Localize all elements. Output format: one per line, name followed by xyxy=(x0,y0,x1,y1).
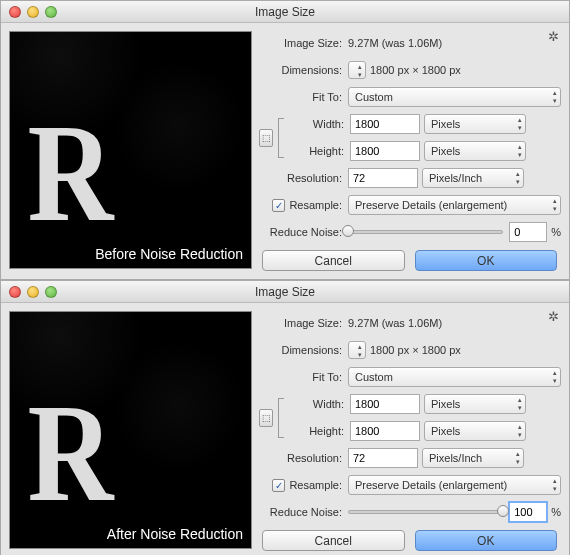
height-label: Height: xyxy=(286,145,350,157)
image-size-value: 9.27M (was 1.06M) xyxy=(348,317,561,329)
height-label: Height: xyxy=(286,425,350,437)
dimensions-label: Dimensions: xyxy=(258,64,348,76)
cancel-button[interactable]: Cancel xyxy=(262,530,405,551)
preview-image: R After Noise Reduction xyxy=(9,311,252,549)
resample-checkbox[interactable]: ✓ xyxy=(272,479,285,492)
resample-dropdown[interactable]: Preserve Details (enlargement)▴▾ xyxy=(348,475,561,495)
gear-icon[interactable]: ✲ xyxy=(548,29,559,44)
percent-label: % xyxy=(551,506,561,518)
image-size-value: 9.27M (was 1.06M) xyxy=(348,37,561,49)
fit-to-dropdown[interactable]: Custom▴▾ xyxy=(348,367,561,387)
height-input[interactable] xyxy=(350,421,420,441)
height-unit-dropdown[interactable]: Pixels▴▾ xyxy=(424,141,526,161)
titlebar: Image Size xyxy=(1,1,569,23)
close-icon[interactable] xyxy=(9,6,21,18)
resample-label: Resample: xyxy=(289,199,342,211)
resample-dropdown[interactable]: Preserve Details (enlargement)▴▾ xyxy=(348,195,561,215)
link-icon[interactable]: ⬚ xyxy=(258,398,274,438)
zoom-icon[interactable] xyxy=(45,6,57,18)
resample-label: Resample: xyxy=(289,479,342,491)
width-label: Width: xyxy=(286,118,350,130)
image-size-dialog: Image Size ✲ R After Noise Reduction Ima… xyxy=(0,280,570,555)
resolution-unit-dropdown[interactable]: Pixels/Inch▴▾ xyxy=(422,448,524,468)
reduce-noise-label: Reduce Noise: xyxy=(258,506,348,518)
preview-label: Before Noise Reduction xyxy=(95,246,243,262)
height-input[interactable] xyxy=(350,141,420,161)
dialog-title: Image Size xyxy=(1,5,569,19)
zoom-icon[interactable] xyxy=(45,286,57,298)
image-size-dialog: Image Size ✲ R Before Noise Reduction Im… xyxy=(0,0,570,280)
cancel-button[interactable]: Cancel xyxy=(262,250,405,271)
width-unit-dropdown[interactable]: Pixels▴▾ xyxy=(424,394,526,414)
ok-button[interactable]: OK xyxy=(415,250,558,271)
width-label: Width: xyxy=(286,398,350,410)
preview-image: R Before Noise Reduction xyxy=(9,31,252,269)
dimensions-unit-dropdown[interactable]: ▴▾ xyxy=(348,61,366,79)
fit-to-dropdown[interactable]: Custom▴▾ xyxy=(348,87,561,107)
resample-checkbox[interactable]: ✓ xyxy=(272,199,285,212)
dialog-title: Image Size xyxy=(1,285,569,299)
preview-label: After Noise Reduction xyxy=(107,526,243,542)
resolution-input[interactable] xyxy=(348,448,418,468)
fit-to-label: Fit To: xyxy=(258,371,348,383)
image-size-label: Image Size: xyxy=(258,37,348,49)
image-size-label: Image Size: xyxy=(258,317,348,329)
titlebar: Image Size xyxy=(1,281,569,303)
dimensions-label: Dimensions: xyxy=(258,344,348,356)
minimize-icon[interactable] xyxy=(27,286,39,298)
dimensions-unit-dropdown[interactable]: ▴▾ xyxy=(348,341,366,359)
close-icon[interactable] xyxy=(9,286,21,298)
reduce-noise-input[interactable] xyxy=(509,502,547,522)
width-input[interactable] xyxy=(350,394,420,414)
minimize-icon[interactable] xyxy=(27,6,39,18)
reduce-noise-slider[interactable] xyxy=(348,505,503,519)
reduce-noise-input[interactable] xyxy=(509,222,547,242)
width-input[interactable] xyxy=(350,114,420,134)
resolution-label: Resolution: xyxy=(258,172,348,184)
percent-label: % xyxy=(551,226,561,238)
height-unit-dropdown[interactable]: Pixels▴▾ xyxy=(424,421,526,441)
resolution-unit-dropdown[interactable]: Pixels/Inch▴▾ xyxy=(422,168,524,188)
resolution-input[interactable] xyxy=(348,168,418,188)
ok-button[interactable]: OK xyxy=(415,530,558,551)
width-unit-dropdown[interactable]: Pixels▴▾ xyxy=(424,114,526,134)
resolution-label: Resolution: xyxy=(258,452,348,464)
reduce-noise-label: Reduce Noise: xyxy=(258,226,348,238)
gear-icon[interactable]: ✲ xyxy=(548,309,559,324)
link-icon[interactable]: ⬚ xyxy=(258,118,274,158)
reduce-noise-slider[interactable] xyxy=(348,225,503,239)
dimensions-value: 1800 px × 1800 px xyxy=(370,344,461,356)
fit-to-label: Fit To: xyxy=(258,91,348,103)
dimensions-value: 1800 px × 1800 px xyxy=(370,64,461,76)
